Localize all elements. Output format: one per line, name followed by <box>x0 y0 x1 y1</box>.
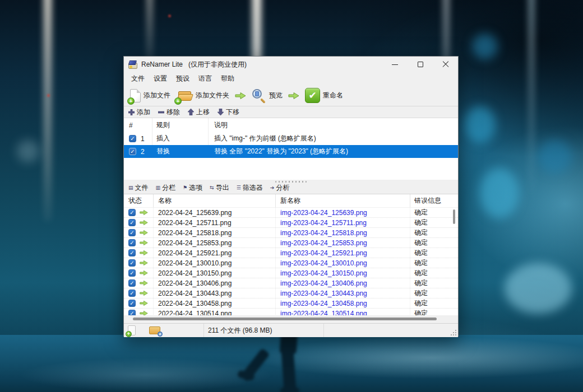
minimize-icon <box>392 64 398 65</box>
preview-button[interactable]: 预览 <box>250 87 284 104</box>
file-checkbox[interactable] <box>128 279 136 287</box>
rename-arrow-icon <box>140 290 148 296</box>
rename-button[interactable]: 重命名 <box>303 87 345 104</box>
horizontal-scrollbar[interactable] <box>124 315 458 323</box>
menu-item[interactable]: 文件 <box>127 73 149 85</box>
rules-col-desc[interactable]: 说明 <box>208 118 458 132</box>
tab-label: 选项 <box>189 183 202 193</box>
table-row[interactable]: 2022-04-24_130010.png img-2023-04-24_130… <box>124 258 458 268</box>
file-new-name: img-2023-04-24_125921.png <box>275 248 410 258</box>
bokeh-glow <box>17 140 39 162</box>
file-checkbox[interactable] <box>128 259 136 267</box>
maximize-button[interactable] <box>408 57 433 72</box>
file-status: 确定 <box>410 258 458 268</box>
minimize-button[interactable] <box>382 57 408 72</box>
add-files-label: 添加文件 <box>144 91 170 100</box>
bokeh-glow <box>505 263 572 314</box>
file-checkbox[interactable] <box>128 300 136 307</box>
light-streak <box>44 0 52 222</box>
resize-grip[interactable] <box>450 329 456 335</box>
file-new-name: img-2023-04-24_130150.png <box>275 268 410 278</box>
tab-icon: ▥ <box>156 185 161 190</box>
tab-icon: ▤ <box>128 185 133 190</box>
file-checkbox[interactable] <box>128 239 136 246</box>
main-toolbar: 添加文件 添加文件夹 预览 重命名 <box>124 85 458 106</box>
add-file-icon <box>130 89 141 102</box>
tab-label: 筛选器 <box>243 183 263 193</box>
maximize-icon <box>418 62 423 67</box>
file-checkbox[interactable] <box>128 310 136 315</box>
rule-number: 1 <box>141 135 145 143</box>
rule-checkbox[interactable] <box>129 135 136 142</box>
table-row[interactable]: 2022-04-24_125853.png img-2023-04-24_125… <box>124 238 458 248</box>
add-folders-button[interactable]: 添加文件夹 <box>176 88 231 103</box>
file-name: 2022-04-24_125921.png <box>153 248 275 258</box>
files-col-error[interactable]: 错误信息 <box>410 194 458 207</box>
rule-move-down-button[interactable]: 下移 <box>218 108 239 117</box>
table-row[interactable]: 2022-04-24_130514.png img-2023-04-24_130… <box>124 309 458 315</box>
file-checkbox[interactable] <box>128 209 136 216</box>
rename-arrow-icon <box>140 230 148 236</box>
rules-col-rule[interactable]: 规则 <box>152 118 208 132</box>
horizontal-scrollbar-thumb[interactable] <box>133 318 437 320</box>
splitter-grip-icon <box>275 181 307 183</box>
browse-folder-status-icon[interactable] <box>149 326 161 335</box>
file-name: 2022-04-24_130458.png <box>153 298 275 308</box>
files-col-status[interactable]: 状态 <box>124 194 153 207</box>
menu-item[interactable]: 设置 <box>150 73 171 85</box>
file-checkbox[interactable] <box>128 219 136 226</box>
rule-add-button[interactable]: 添加 <box>128 108 150 117</box>
rule-move-down-label: 下移 <box>226 108 239 117</box>
rule-move-up-button[interactable]: 上移 <box>188 108 210 117</box>
tab[interactable]: ☰ 筛选器 <box>237 183 263 194</box>
file-status: 确定 <box>410 208 458 217</box>
file-checkbox[interactable] <box>128 229 136 236</box>
table-row[interactable]: 2022-04-24_130443.png img-2023-04-24_130… <box>124 288 458 298</box>
file-new-name: img-2023-04-24_130443.png <box>275 288 410 298</box>
tab[interactable]: ⚑ 选项 <box>183 183 202 194</box>
tab-icon: ☰ <box>237 185 241 190</box>
file-status: 确定 <box>410 288 458 298</box>
red-light <box>47 94 50 97</box>
files-table: 状态 名称 新名称 错误信息 2022-04-24_125639.png img… <box>124 194 458 315</box>
rule-row[interactable]: 1 插入 插入 "img-" 作为前缀 (忽略扩展名) <box>124 132 458 145</box>
file-checkbox[interactable] <box>128 269 136 277</box>
rules-list: # 规则 说明 1 插入 插入 "img-" 作为前缀 (忽略扩展名) <box>124 118 458 180</box>
app-name: ReNamer Lite <box>141 60 183 68</box>
rules-col-num[interactable]: # <box>124 118 152 132</box>
menu-item[interactable]: 语言 <box>195 73 216 85</box>
file-checkbox[interactable] <box>128 249 136 256</box>
rule-checkbox[interactable] <box>129 148 136 155</box>
table-row[interactable]: 2022-04-24_130150.png img-2023-04-24_130… <box>124 268 458 278</box>
vertical-scrollbar-thumb[interactable] <box>453 209 455 224</box>
table-row[interactable]: 2022-04-24_130458.png img-2023-04-24_130… <box>124 298 458 309</box>
add-files-button[interactable]: 添加文件 <box>128 88 172 104</box>
table-row[interactable]: 2022-04-24_125818.png img-2023-04-24_125… <box>124 228 458 238</box>
tab[interactable]: ➔ 分析 <box>270 183 290 194</box>
files-col-name[interactable]: 名称 <box>153 194 275 207</box>
files-col-new-name[interactable]: 新名称 <box>275 194 410 207</box>
menu-item[interactable]: 帮助 <box>217 73 238 85</box>
table-row[interactable]: 2022-04-24_125711.png img-2023-04-24_125… <box>124 218 458 228</box>
tab[interactable]: ⇆ 导出 <box>210 183 229 194</box>
menu-item[interactable]: 预设 <box>172 73 193 85</box>
rule-remove-button[interactable]: 移除 <box>158 108 180 117</box>
renamer-window: ReNamer Lite (仅用于非商业使用) 文件设置预设语言帮助 添加文件 … <box>123 56 459 337</box>
rules-rows: 1 插入 插入 "img-" 作为前缀 (忽略扩展名) 2 替换 替换 全部 "… <box>124 132 458 158</box>
tab[interactable]: ▥ 分栏 <box>156 183 176 194</box>
rule-row[interactable]: 2 替换 替换 全部 "2022" 替换为 "2023" (忽略扩展名) <box>124 145 458 158</box>
table-row[interactable]: 2022-04-24_130406.png img-2023-04-24_130… <box>124 278 458 288</box>
tab[interactable]: ▤ 文件 <box>128 183 149 194</box>
title-bar[interactable]: ReNamer Lite (仅用于非商业使用) <box>124 57 458 72</box>
tab-label: 文件 <box>135 183 149 193</box>
file-checkbox[interactable] <box>128 290 136 297</box>
table-row[interactable]: 2022-04-24_125921.png img-2023-04-24_125… <box>124 248 458 258</box>
file-name: 2022-04-24_125639.png <box>153 208 275 217</box>
rename-label: 重命名 <box>323 91 343 100</box>
license-note: (仅用于非商业使用) <box>188 60 247 69</box>
rename-arrow-icon <box>140 260 148 266</box>
table-row[interactable]: 2022-04-24_125639.png img-2023-04-24_125… <box>124 208 458 218</box>
add-file-status-icon[interactable] <box>128 325 136 335</box>
file-name: 2022-04-24_130443.png <box>153 288 275 298</box>
close-button[interactable] <box>433 57 458 72</box>
